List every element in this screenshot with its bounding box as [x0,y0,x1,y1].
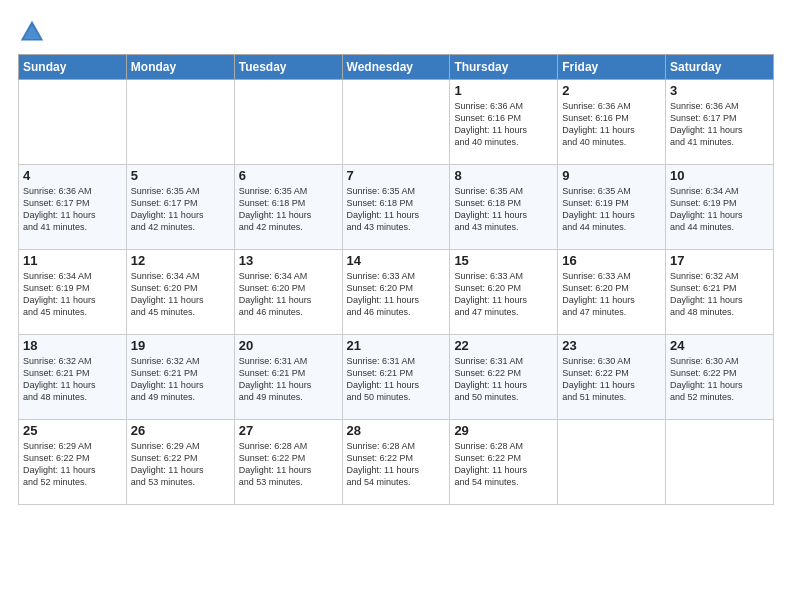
calendar-cell [234,80,342,165]
day-info: Sunrise: 6:35 AM Sunset: 6:17 PM Dayligh… [131,185,230,234]
calendar-header-row: SundayMondayTuesdayWednesdayThursdayFrid… [19,55,774,80]
day-number: 14 [347,253,446,268]
calendar-cell: 24Sunrise: 6:30 AM Sunset: 6:22 PM Dayli… [666,335,774,420]
day-info: Sunrise: 6:34 AM Sunset: 6:20 PM Dayligh… [239,270,338,319]
calendar-cell [558,420,666,505]
day-number: 16 [562,253,661,268]
day-number: 2 [562,83,661,98]
calendar-cell: 13Sunrise: 6:34 AM Sunset: 6:20 PM Dayli… [234,250,342,335]
calendar-cell: 7Sunrise: 6:35 AM Sunset: 6:18 PM Daylig… [342,165,450,250]
calendar-week-row: 11Sunrise: 6:34 AM Sunset: 6:19 PM Dayli… [19,250,774,335]
calendar-cell: 23Sunrise: 6:30 AM Sunset: 6:22 PM Dayli… [558,335,666,420]
calendar-week-row: 25Sunrise: 6:29 AM Sunset: 6:22 PM Dayli… [19,420,774,505]
calendar-cell [19,80,127,165]
day-number: 21 [347,338,446,353]
calendar-cell: 22Sunrise: 6:31 AM Sunset: 6:22 PM Dayli… [450,335,558,420]
day-number: 29 [454,423,553,438]
calendar-cell: 18Sunrise: 6:32 AM Sunset: 6:21 PM Dayli… [19,335,127,420]
day-number: 24 [670,338,769,353]
calendar-week-row: 4Sunrise: 6:36 AM Sunset: 6:17 PM Daylig… [19,165,774,250]
day-info: Sunrise: 6:32 AM Sunset: 6:21 PM Dayligh… [131,355,230,404]
day-number: 4 [23,168,122,183]
day-info: Sunrise: 6:30 AM Sunset: 6:22 PM Dayligh… [670,355,769,404]
calendar-header-thursday: Thursday [450,55,558,80]
calendar-cell: 15Sunrise: 6:33 AM Sunset: 6:20 PM Dayli… [450,250,558,335]
day-info: Sunrise: 6:31 AM Sunset: 6:21 PM Dayligh… [239,355,338,404]
calendar-header-sunday: Sunday [19,55,127,80]
calendar-header-friday: Friday [558,55,666,80]
day-number: 13 [239,253,338,268]
page: SundayMondayTuesdayWednesdayThursdayFrid… [0,0,792,612]
day-number: 18 [23,338,122,353]
calendar-header-tuesday: Tuesday [234,55,342,80]
logo [18,18,50,46]
day-number: 7 [347,168,446,183]
calendar-cell: 9Sunrise: 6:35 AM Sunset: 6:19 PM Daylig… [558,165,666,250]
day-info: Sunrise: 6:29 AM Sunset: 6:22 PM Dayligh… [23,440,122,489]
day-info: Sunrise: 6:32 AM Sunset: 6:21 PM Dayligh… [23,355,122,404]
day-info: Sunrise: 6:33 AM Sunset: 6:20 PM Dayligh… [562,270,661,319]
logo-icon [18,18,46,46]
day-info: Sunrise: 6:32 AM Sunset: 6:21 PM Dayligh… [670,270,769,319]
calendar-table: SundayMondayTuesdayWednesdayThursdayFrid… [18,54,774,505]
day-number: 1 [454,83,553,98]
calendar-cell: 5Sunrise: 6:35 AM Sunset: 6:17 PM Daylig… [126,165,234,250]
day-info: Sunrise: 6:29 AM Sunset: 6:22 PM Dayligh… [131,440,230,489]
calendar-cell: 26Sunrise: 6:29 AM Sunset: 6:22 PM Dayli… [126,420,234,505]
day-number: 9 [562,168,661,183]
day-info: Sunrise: 6:35 AM Sunset: 6:19 PM Dayligh… [562,185,661,234]
day-number: 8 [454,168,553,183]
calendar-cell: 10Sunrise: 6:34 AM Sunset: 6:19 PM Dayli… [666,165,774,250]
day-number: 3 [670,83,769,98]
day-info: Sunrise: 6:35 AM Sunset: 6:18 PM Dayligh… [239,185,338,234]
calendar-cell: 8Sunrise: 6:35 AM Sunset: 6:18 PM Daylig… [450,165,558,250]
day-info: Sunrise: 6:34 AM Sunset: 6:19 PM Dayligh… [670,185,769,234]
day-info: Sunrise: 6:36 AM Sunset: 6:16 PM Dayligh… [562,100,661,149]
calendar-cell: 27Sunrise: 6:28 AM Sunset: 6:22 PM Dayli… [234,420,342,505]
calendar-cell [342,80,450,165]
calendar-cell: 3Sunrise: 6:36 AM Sunset: 6:17 PM Daylig… [666,80,774,165]
calendar-cell: 6Sunrise: 6:35 AM Sunset: 6:18 PM Daylig… [234,165,342,250]
calendar-cell: 17Sunrise: 6:32 AM Sunset: 6:21 PM Dayli… [666,250,774,335]
day-info: Sunrise: 6:36 AM Sunset: 6:17 PM Dayligh… [23,185,122,234]
day-number: 19 [131,338,230,353]
calendar-cell: 1Sunrise: 6:36 AM Sunset: 6:16 PM Daylig… [450,80,558,165]
day-number: 11 [23,253,122,268]
day-number: 28 [347,423,446,438]
calendar-cell: 28Sunrise: 6:28 AM Sunset: 6:22 PM Dayli… [342,420,450,505]
day-number: 23 [562,338,661,353]
calendar-cell: 14Sunrise: 6:33 AM Sunset: 6:20 PM Dayli… [342,250,450,335]
day-number: 25 [23,423,122,438]
calendar-header-saturday: Saturday [666,55,774,80]
calendar-cell: 4Sunrise: 6:36 AM Sunset: 6:17 PM Daylig… [19,165,127,250]
calendar-cell: 29Sunrise: 6:28 AM Sunset: 6:22 PM Dayli… [450,420,558,505]
day-info: Sunrise: 6:31 AM Sunset: 6:21 PM Dayligh… [347,355,446,404]
day-info: Sunrise: 6:34 AM Sunset: 6:19 PM Dayligh… [23,270,122,319]
day-info: Sunrise: 6:28 AM Sunset: 6:22 PM Dayligh… [239,440,338,489]
calendar-cell [126,80,234,165]
day-info: Sunrise: 6:28 AM Sunset: 6:22 PM Dayligh… [454,440,553,489]
day-number: 27 [239,423,338,438]
day-number: 26 [131,423,230,438]
calendar-cell: 21Sunrise: 6:31 AM Sunset: 6:21 PM Dayli… [342,335,450,420]
header [18,18,774,46]
calendar-cell [666,420,774,505]
day-info: Sunrise: 6:35 AM Sunset: 6:18 PM Dayligh… [454,185,553,234]
day-info: Sunrise: 6:35 AM Sunset: 6:18 PM Dayligh… [347,185,446,234]
calendar-header-monday: Monday [126,55,234,80]
day-info: Sunrise: 6:30 AM Sunset: 6:22 PM Dayligh… [562,355,661,404]
calendar-cell: 11Sunrise: 6:34 AM Sunset: 6:19 PM Dayli… [19,250,127,335]
calendar-week-row: 1Sunrise: 6:36 AM Sunset: 6:16 PM Daylig… [19,80,774,165]
day-info: Sunrise: 6:31 AM Sunset: 6:22 PM Dayligh… [454,355,553,404]
calendar-cell: 20Sunrise: 6:31 AM Sunset: 6:21 PM Dayli… [234,335,342,420]
calendar-header-wednesday: Wednesday [342,55,450,80]
calendar-cell: 19Sunrise: 6:32 AM Sunset: 6:21 PM Dayli… [126,335,234,420]
day-number: 6 [239,168,338,183]
day-number: 12 [131,253,230,268]
day-number: 15 [454,253,553,268]
day-info: Sunrise: 6:36 AM Sunset: 6:17 PM Dayligh… [670,100,769,149]
day-number: 5 [131,168,230,183]
day-info: Sunrise: 6:34 AM Sunset: 6:20 PM Dayligh… [131,270,230,319]
day-info: Sunrise: 6:33 AM Sunset: 6:20 PM Dayligh… [454,270,553,319]
day-number: 10 [670,168,769,183]
